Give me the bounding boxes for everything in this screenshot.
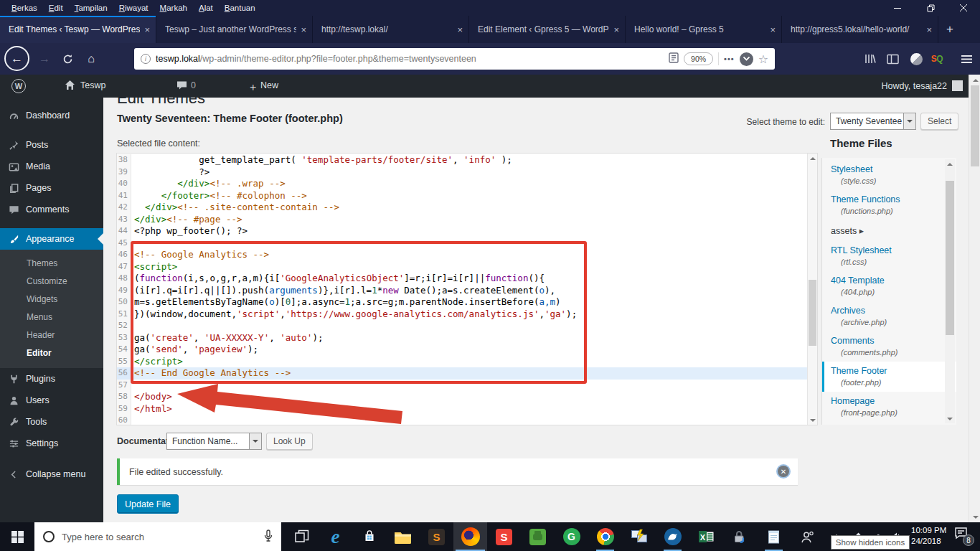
tab-teswp-just-another-wordpress-s[interactable]: Teswp – Just another WordPress sit× bbox=[156, 16, 313, 43]
menu-tampilan[interactable]: Tampilan bbox=[69, 2, 113, 14]
taskbar-people-icon[interactable] bbox=[791, 522, 824, 551]
taskbar-grammarly-icon[interactable]: G bbox=[555, 522, 588, 551]
sidebar-item-dashboard[interactable]: Dashboard bbox=[0, 105, 103, 126]
pocket-icon[interactable] bbox=[740, 52, 753, 66]
theme-file-link[interactable]: Theme Footer bbox=[831, 366, 946, 376]
lookup-button[interactable]: Look Up bbox=[266, 433, 313, 450]
sidebar-toggle-icon[interactable] bbox=[885, 52, 900, 66]
menu-markah[interactable]: Markah bbox=[154, 2, 193, 14]
theme-file-link[interactable]: Comments bbox=[831, 336, 946, 346]
screenshot-addon-icon[interactable] bbox=[908, 52, 924, 66]
code-line[interactable]: 42 </div><!-- .site-content-contain --> bbox=[117, 202, 807, 214]
hamburger-menu-icon[interactable] bbox=[958, 52, 974, 66]
code-line[interactable]: 38 get_template_part( 'template-parts/fo… bbox=[117, 154, 807, 166]
theme-file-archives[interactable]: Archives(archive.php) bbox=[822, 301, 956, 331]
scroll-up-icon[interactable] bbox=[971, 75, 980, 85]
sidebar-item-users[interactable]: Users bbox=[0, 390, 103, 411]
site-home-icon[interactable] bbox=[65, 80, 75, 90]
home-icon[interactable]: ⌂ bbox=[83, 50, 99, 67]
menu-edit[interactable]: Edit bbox=[43, 2, 69, 14]
notification-center-icon[interactable]: 8 bbox=[954, 527, 969, 542]
sidebar-item-plugins[interactable]: Plugins bbox=[0, 368, 103, 390]
tab-edit-element-gpress-5-wordpre[interactable]: Edit Element ‹ Gpress 5 — WordPre× bbox=[469, 16, 626, 43]
taskbar-robot-app-icon[interactable] bbox=[521, 522, 555, 551]
taskbar-mysql-workbench-icon[interactable] bbox=[656, 522, 689, 551]
tab-close-icon[interactable]: × bbox=[301, 25, 306, 34]
tab-http-gpress5-lokal-hello-world[interactable]: http://gpress5.lokal/hello-world/× bbox=[782, 16, 938, 43]
theme-select-dropdown[interactable]: Twenty Seventee bbox=[830, 113, 916, 130]
plus-icon[interactable]: ＋ bbox=[248, 80, 258, 94]
taskbar-file-explorer-icon[interactable] bbox=[386, 522, 420, 551]
theme-file-link[interactable]: 404 Template bbox=[831, 276, 946, 286]
theme-file-link[interactable]: Archives bbox=[831, 306, 946, 316]
theme-file-404-template[interactable]: 404 Template(404.php) bbox=[822, 271, 956, 301]
url-bar[interactable]: i teswp.lokal/wp-admin/theme-editor.php?… bbox=[134, 48, 775, 70]
sidebar-item-comments[interactable]: Comments bbox=[0, 199, 103, 220]
update-file-button[interactable]: Update File bbox=[117, 494, 179, 514]
code-line[interactable]: 41 </footer><!-- #colophon --> bbox=[117, 190, 807, 202]
theme-files-scroll-thumb[interactable] bbox=[946, 181, 954, 335]
theme-file-theme-footer[interactable]: Theme Footer(footer.php) bbox=[821, 362, 956, 392]
taskbar-task-view-icon[interactable] bbox=[285, 522, 319, 551]
sq-addon-icon[interactable]: SQ bbox=[929, 52, 945, 66]
theme-file-comments[interactable]: Comments(comments.php) bbox=[822, 331, 956, 362]
theme-file-homepage[interactable]: Homepage(front-page.php) bbox=[822, 392, 956, 422]
menu-bantuan[interactable]: Bantuan bbox=[219, 2, 261, 14]
sidebar-item-posts[interactable]: Posts bbox=[0, 134, 103, 156]
tab-close-icon[interactable]: × bbox=[613, 25, 619, 34]
minimize-icon[interactable] bbox=[881, 0, 914, 16]
sidebar-subitem-header[interactable]: Header bbox=[0, 326, 103, 344]
forward-icon[interactable]: → bbox=[36, 51, 53, 67]
tab-close-icon[interactable]: × bbox=[926, 25, 932, 34]
theme-file-stylesheet[interactable]: Stylesheet(style.css) bbox=[822, 160, 956, 190]
theme-file-link[interactable]: RTL Stylesheet bbox=[831, 245, 946, 255]
scroll-down-icon[interactable] bbox=[945, 414, 954, 423]
page-scroll-thumb[interactable] bbox=[971, 85, 979, 166]
editor-scroll-thumb[interactable] bbox=[809, 280, 816, 346]
wordpress-logo-icon[interactable]: W bbox=[11, 79, 26, 93]
taskbar-store-icon[interactable] bbox=[352, 522, 386, 551]
tab-close-icon[interactable]: × bbox=[144, 25, 150, 34]
menu-riwayat[interactable]: Riwayat bbox=[113, 2, 154, 14]
select-theme-button[interactable]: Select bbox=[920, 113, 958, 130]
taskbar-lock-app-icon[interactable] bbox=[723, 522, 757, 551]
close-icon[interactable] bbox=[947, 0, 980, 16]
sidebar-subitem-widgets[interactable]: Widgets bbox=[0, 291, 103, 309]
theme-folder-assets[interactable]: assets ▸ bbox=[822, 220, 956, 241]
taskbar-notepad-icon[interactable] bbox=[757, 522, 791, 551]
scroll-down-icon[interactable] bbox=[971, 512, 980, 522]
taskbar-search-input[interactable]: Type here to search bbox=[34, 522, 281, 551]
library-icon[interactable] bbox=[862, 52, 877, 66]
page-scrollbar[interactable] bbox=[969, 75, 980, 522]
comments-bubble-icon[interactable] bbox=[176, 80, 187, 90]
taskbar-red-s-app-icon[interactable]: S bbox=[487, 522, 521, 551]
taskbar-clock[interactable]: 10:09 PM 24/2018 bbox=[911, 525, 946, 547]
sidebar-subitem-themes[interactable]: Themes bbox=[0, 255, 103, 273]
documentation-dropdown[interactable]: Function Name... bbox=[166, 433, 262, 450]
taskbar-edge-icon[interactable]: e bbox=[319, 522, 352, 551]
sidebar-item-settings[interactable]: Settings bbox=[0, 433, 103, 454]
theme-file-theme-functions[interactable]: Theme Functions(functions.php) bbox=[822, 190, 956, 220]
theme-file-link[interactable]: Stylesheet bbox=[831, 164, 946, 174]
taskbar-sublime-text-icon[interactable]: S bbox=[420, 522, 453, 551]
sidebar-item-media[interactable]: Media bbox=[0, 156, 103, 177]
taskbar-remote-desktop-icon[interactable] bbox=[622, 522, 656, 551]
sidebar-item-appearance[interactable]: Appearance bbox=[0, 228, 103, 250]
taskbar-chrome-icon[interactable] bbox=[588, 522, 622, 551]
site-info-icon[interactable]: i bbox=[141, 54, 151, 64]
code-line[interactable]: 39 ?> bbox=[117, 166, 807, 179]
sidebar-subitem-customize[interactable]: Customize bbox=[0, 273, 103, 291]
scroll-up-icon[interactable] bbox=[945, 159, 954, 169]
reader-mode-icon[interactable] bbox=[669, 52, 679, 65]
code-line[interactable]: 43</div><!-- #page --> bbox=[117, 214, 807, 226]
theme-file-theme-header[interactable]: Theme Header(header.php) bbox=[822, 422, 956, 425]
tab-edit-themes-teswp-wordpress[interactable]: Edit Themes ‹ Teswp — WordPress× bbox=[0, 16, 156, 43]
bookmark-star-icon[interactable]: ☆ bbox=[758, 52, 768, 66]
adminbar-site-name[interactable]: Teswp bbox=[80, 80, 105, 90]
reload-icon[interactable] bbox=[60, 52, 75, 65]
sidebar-subitem-editor[interactable]: Editor bbox=[0, 344, 103, 362]
scroll-down-icon[interactable] bbox=[808, 415, 817, 425]
taskbar-excel-icon[interactable]: X bbox=[689, 522, 723, 551]
back-icon[interactable]: ← bbox=[4, 46, 29, 71]
theme-file-link[interactable]: Homepage bbox=[831, 396, 946, 406]
